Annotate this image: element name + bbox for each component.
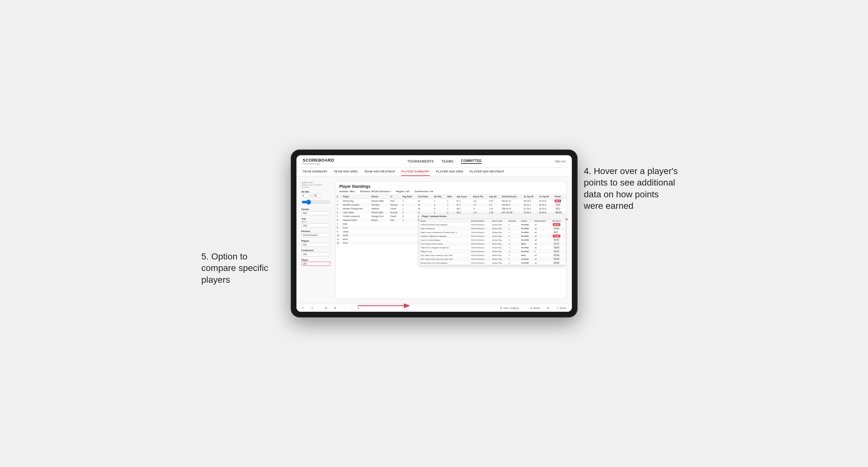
- no-rds-label: No Rds.: [302, 191, 330, 193]
- col-yr: Yr: [389, 194, 401, 199]
- standings-title: Player Standings: [340, 184, 563, 189]
- nav-committee[interactable]: COMMITTEE: [461, 159, 482, 164]
- event-col-status: Status: [520, 219, 533, 223]
- clock-button[interactable]: ◷: [355, 306, 361, 310]
- table-row: 3Michael ThorbjornsenStanfordFourth11801…: [336, 207, 566, 210]
- copy-button[interactable]: ⧉: [333, 306, 338, 310]
- points-value[interactable]: 88.2: [555, 199, 561, 203]
- redo-button[interactable]: ↪: [310, 306, 315, 310]
- standings-header: Player Standings Gender: Men Division: N…: [336, 182, 566, 194]
- col-points: Points: [553, 194, 566, 199]
- no-rds-slider[interactable]: [302, 199, 330, 205]
- niche-label: Niche: [302, 221, 330, 223]
- update-time: Update time:Update time: 27/01/2024 16:5…: [302, 181, 330, 188]
- event-col-type: Event Type: [491, 219, 507, 223]
- tab-team-h2h-grid[interactable]: TEAM H2H GRID: [334, 168, 358, 176]
- settings-button[interactable]: ⚙: [323, 306, 329, 310]
- region-select[interactable]: N/A: [302, 243, 330, 247]
- event-points-value[interactable]: 25.38: [553, 254, 560, 257]
- table-row: 1Wenyi DingArizona StateFirst1151167.1-3…: [336, 199, 566, 203]
- event-points-value[interactable]: 24.11: [553, 242, 560, 245]
- event-points-value[interactable]: 42.64: [553, 223, 560, 226]
- col-conf-rank: Conf Rank: [416, 194, 433, 199]
- watch-button[interactable]: ● Watch: [529, 306, 541, 310]
- event-row: UNCW Seahawk IntercollegiateNCAA Divisio…: [420, 223, 565, 227]
- event-row: Mirobel Maui Jim IntercollegiateNCAA Div…: [420, 261, 565, 265]
- event-row: Tiger InvitationalNCAA Division IStroke …: [420, 227, 565, 230]
- event-points-value[interactable]: 40.7: [553, 231, 559, 234]
- event-table-scroll[interactable]: Event Event Division Event Type Rounds S…: [420, 219, 565, 265]
- tab-player-summary[interactable]: PLAYER SUMMARY: [401, 168, 430, 176]
- event-col-rounds: Rounds: [507, 219, 520, 223]
- share-button[interactable]: ↗ Share: [555, 306, 568, 310]
- col-avg-sg: Avg SG: [488, 194, 501, 199]
- points-value[interactable]: 76.3: [555, 204, 561, 206]
- standings-panel: Player Standings Gender: Men Division: N…: [335, 181, 567, 299]
- separator-2: |: [351, 307, 351, 310]
- nav-tournaments[interactable]: TOURNAMENTS: [407, 160, 434, 163]
- no-rds-max[interactable]: [313, 193, 320, 198]
- col-vs-top25: Vs Top 25: [523, 194, 538, 199]
- col-player: Player: [342, 194, 370, 199]
- event-row: Southern Highlands CollegiateNCAA Divisi…: [420, 234, 565, 238]
- app-header: SCOREBOARD Powered by clippi TOURNAMENTS…: [297, 155, 572, 168]
- event-row: Fallen Oak Collegiate InvitationalNCAA D…: [420, 246, 565, 250]
- separator-1: |: [319, 307, 319, 310]
- event-row: Williams CupNCAA Division IStroke Play3P…: [420, 250, 565, 253]
- tablet-screen: SCOREBOARD Powered by clippi TOURNAMENTS…: [297, 155, 572, 312]
- standings-filters: Gender: Men Division: NCAA Division I Re…: [340, 190, 563, 193]
- event-points-value[interactable]: 57.57: [553, 239, 560, 241]
- points-value[interactable]: 70.2: [555, 207, 561, 210]
- event-points-value[interactable]: 16.50: [553, 246, 560, 249]
- logo-text: SCOREBOARD: [303, 158, 334, 162]
- event-col-event: Event: [420, 219, 470, 223]
- event-col-division: Event Division: [470, 219, 491, 223]
- more-button[interactable]: ⋯: [341, 306, 347, 310]
- event-table: Event Event Division Event Type Rounds S…: [420, 219, 565, 265]
- undo-button[interactable]: ↩: [300, 306, 306, 310]
- table-row: 2Michael La SassoOle MissSecond1180167.1…: [336, 203, 566, 207]
- event-points-value[interactable]: 73.23: [553, 235, 560, 238]
- player-label: Player: [302, 259, 330, 261]
- year-label: Year: [302, 218, 330, 220]
- division-label: Division: [302, 230, 330, 232]
- event-col-points: W Points: [552, 219, 565, 223]
- tab-team-summary[interactable]: TEAM SUMMARY: [303, 168, 328, 176]
- gender-select[interactable]: Men Women: [302, 211, 330, 215]
- col-reg-rank: Reg Rank: [401, 194, 416, 199]
- event-points-value[interactable]: 66.40: [553, 261, 560, 264]
- tab-player-h2h-heatmap[interactable]: PLAYER H2H HEATMAP: [470, 168, 504, 176]
- event-col-rank: Rank Impact: [533, 219, 552, 223]
- event-row: Amer An IntercollegiateNCAA Division ISt…: [420, 238, 565, 242]
- view-original-button[interactable]: 👁 View: Original: [498, 306, 521, 310]
- no-rds-row: –: [302, 193, 330, 198]
- tablet-frame: SCOREBOARD Powered by clippi TOURNAMENTS…: [291, 150, 578, 317]
- division-select[interactable]: NCAA Division I: [302, 233, 330, 237]
- logo-area: SCOREBOARD Powered by clippi: [303, 158, 334, 165]
- col-vs-top50: Vs Top 50: [538, 194, 553, 199]
- table-header-row: # Player School Yr Reg Rank Conf Rank No…: [336, 194, 566, 199]
- tab-team-h2h-heatmap[interactable]: TEAM H2H HEATMAP: [364, 168, 395, 176]
- region-label: Region: [302, 240, 330, 242]
- event-points-value[interactable]: 53.60: [553, 227, 560, 230]
- col-overall-record: Overall Record: [500, 194, 523, 199]
- conference-select[interactable]: (All): [302, 252, 330, 256]
- col-no-rds: No Rds.: [433, 194, 446, 199]
- watch-icon: ●: [530, 307, 532, 310]
- conference-label: Conference: [302, 249, 330, 251]
- event-points-value[interactable]: 56.38: [553, 257, 560, 260]
- sub-nav: TEAM SUMMARY TEAM H2H GRID TEAM H2H HEAT…: [297, 168, 572, 176]
- event-popup-header: Player: Jackson Kohon: [420, 214, 565, 219]
- sign-out-link[interactable]: Sign out: [555, 160, 565, 163]
- main-nav: TOURNAMENTS TEAMS COMMITTEE: [407, 159, 482, 164]
- header-right: Sign out: [555, 160, 565, 163]
- content-area: Update time:Update time: 27/01/2024 16:5…: [297, 176, 572, 304]
- no-rds-min[interactable]: [302, 193, 309, 198]
- tab-player-h2h-grid[interactable]: PLAYER H2H GRID: [436, 168, 464, 176]
- player-select[interactable]: (All): [302, 262, 330, 266]
- col-school: School: [370, 194, 389, 199]
- event-points-value[interactable]: 30.47: [553, 250, 560, 253]
- download-button[interactable]: ⬇: [546, 306, 551, 310]
- year-select[interactable]: (All): [302, 223, 330, 227]
- nav-teams[interactable]: TEAMS: [441, 160, 454, 163]
